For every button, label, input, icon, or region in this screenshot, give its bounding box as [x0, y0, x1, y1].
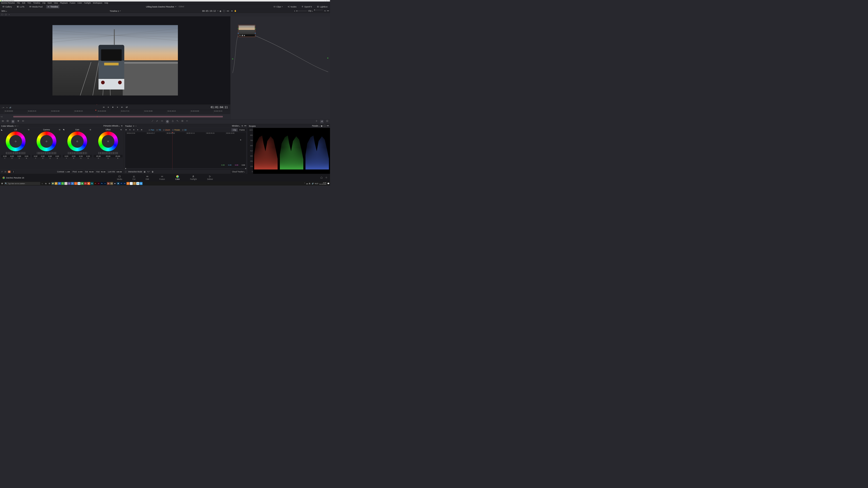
taskbar-app[interactable]: 🟢: [61, 182, 64, 185]
node-graph[interactable]: 01▦◉: [230, 16, 330, 119]
node-zoom-dot[interactable]: [294, 11, 295, 11]
track-zoom-toggle[interactable]: Zoom: [163, 129, 170, 131]
menu-workspace[interactable]: Workspace: [93, 2, 102, 4]
menu-edit[interactable]: Edit: [22, 2, 25, 4]
wheel-reset-icon[interactable]: ⟲: [120, 129, 122, 131]
menu-clip[interactable]: Clip: [42, 2, 45, 4]
node-options-icon[interactable]: •••: [327, 10, 329, 12]
task-view-icon[interactable]: ⧉: [44, 182, 47, 185]
taskbar-app[interactable]: ▶: [81, 182, 84, 185]
window-icon[interactable]: [161, 120, 163, 123]
hue-value[interactable]: 50.00: [100, 170, 106, 173]
track-stop-button[interactable]: [133, 129, 135, 131]
unmix-icon[interactable]: ▭: [6, 107, 8, 108]
timeline-name[interactable]: Timeline 1: [110, 10, 121, 12]
tracker-graph[interactable]: 0.000.000.000.00 00:04:22:0400:04:45:170…: [125, 132, 246, 169]
page-media[interactable]: Media: [117, 175, 122, 180]
minimize-button[interactable]: —: [324, 0, 325, 1]
mini-timeline-ruler[interactable]: 01:00:00:0001:00:15:1501:00:31:0001:00:4…: [0, 110, 230, 114]
track-reverse-button[interactable]: [129, 129, 131, 131]
viewer-zoom[interactable]: 38%: [1, 10, 9, 12]
track-forward-button[interactable]: [137, 129, 139, 131]
menu-fusion[interactable]: Fusion: [70, 2, 75, 4]
wheel-reset-icon[interactable]: ⟲: [90, 129, 91, 131]
sat-value[interactable]: 50.00: [88, 170, 94, 173]
adjust-page-2[interactable]: 2: [12, 170, 15, 173]
track-pan-toggle[interactable]: Pan: [149, 129, 154, 131]
project-title[interactable]: Uitleg basis Davinci Resolve Edited: [146, 5, 184, 8]
gain-master-wheel[interactable]: [67, 152, 87, 154]
taskbar-app[interactable]: 🌐: [136, 182, 139, 185]
cloud-tracker-dropdown[interactable]: Cloud Tracker: [231, 170, 246, 173]
tracker-clip-frame-toggle[interactable]: ClipFrame: [231, 128, 246, 131]
taskbar-app[interactable]: Dn: [110, 182, 113, 185]
menu-file[interactable]: File: [17, 2, 20, 4]
clips-button[interactable]: Clips: [272, 5, 284, 8]
tracker-zoom-slider[interactable]: [125, 168, 246, 169]
menu-playback[interactable]: Playback: [60, 2, 68, 4]
motion-effects-icon[interactable]: [22, 120, 24, 123]
tray-onedrive-icon[interactable]: ☁: [306, 183, 308, 185]
menu-color[interactable]: Color: [78, 2, 82, 4]
onscreen-overlay-icon[interactable]: ◌: [2, 107, 4, 108]
wheels-reset-icon[interactable]: ⟲: [121, 125, 123, 127]
val[interactable]: 0.03: [1, 155, 8, 158]
track-tilt-toggle[interactable]: Tilt: [156, 129, 161, 131]
taskbar-app[interactable]: 📦: [133, 182, 136, 185]
start-button[interactable]: ⊞: [0, 182, 4, 185]
scopes-layout-icon[interactable]: ▦: [321, 125, 322, 127]
page-deliver[interactable]: Deliver: [207, 175, 213, 180]
transport-timecode[interactable]: 01:01:04:11: [211, 106, 228, 109]
wheel-reset-icon[interactable]: ⟲: [28, 129, 29, 131]
color-match-icon[interactable]: [6, 120, 9, 123]
lummix-value[interactable]: 100.00: [116, 170, 123, 173]
menu-trim[interactable]: Trim: [27, 2, 31, 4]
maximize-button[interactable]: ▢: [326, 0, 327, 1]
reverse-button[interactable]: [107, 106, 109, 109]
taskbar-app[interactable]: 📄: [130, 182, 133, 185]
viewer-timecode[interactable]: 00:05:19:12: [202, 10, 216, 12]
tracker-mode[interactable]: Window: [232, 125, 240, 127]
taskbar-app[interactable]: Au: [91, 182, 94, 185]
white-point-picker[interactable]: ◥: [63, 129, 64, 131]
taskbar-app[interactable]: N: [68, 182, 71, 185]
lightbox-button[interactable]: Lightbox: [316, 5, 329, 8]
lift-master-wheel[interactable]: [6, 152, 26, 154]
settings-icon[interactable]: [325, 176, 328, 179]
viewer[interactable]: [0, 16, 230, 104]
tray-clock[interactable]: 10:5531-10-2019: [319, 182, 327, 185]
bypass-icon[interactable]: ◐: [220, 10, 221, 12]
key-icon[interactable]: [177, 120, 179, 123]
track-last-button[interactable]: [141, 129, 143, 131]
scopes-expand-icon[interactable]: ⛶: [324, 125, 326, 127]
page-cut[interactable]: Cut: [132, 175, 135, 180]
taskbar-app[interactable]: ✉: [58, 182, 61, 185]
taskbar-app[interactable]: Sp: [107, 182, 110, 185]
gallery-button[interactable]: Gallery: [1, 5, 13, 8]
lift-wheel[interactable]: [6, 131, 26, 151]
tracker-icon[interactable]: [166, 120, 169, 123]
track-first-button[interactable]: [125, 129, 127, 131]
last-frame-button[interactable]: [121, 106, 123, 109]
tracker-options-icon[interactable]: •••: [244, 125, 246, 127]
timeline-button[interactable]: Timeline: [46, 5, 59, 8]
camera-raw-icon[interactable]: [2, 120, 4, 123]
node-01[interactable]: 01▦◉: [238, 25, 255, 37]
pivot-value[interactable]: 0.435: [77, 170, 83, 173]
contrast-value[interactable]: 1.184: [65, 170, 71, 173]
openfx-button[interactable]: OpenFX: [300, 5, 313, 8]
gamma-wheel[interactable]: [37, 131, 56, 151]
add-point-icon[interactable]: ↖⁺: [147, 170, 150, 173]
pan-tool-icon[interactable]: ✋: [234, 10, 237, 12]
menu-view[interactable]: View: [54, 2, 58, 4]
taskbar-app[interactable]: 📋: [64, 182, 67, 185]
wheel-reset-icon[interactable]: ⟲: [59, 129, 60, 131]
taskbar-app[interactable]: Fz: [84, 182, 87, 185]
tray-lang-icon[interactable]: NLD: [315, 183, 318, 185]
first-frame-button[interactable]: [103, 106, 105, 109]
pointer-tool-icon[interactable]: ➤: [231, 10, 233, 12]
interactive-mode-checkbox[interactable]: [125, 171, 126, 172]
tray-network-icon[interactable]: 🖧: [309, 183, 311, 185]
scopes-options-icon[interactable]: •••: [327, 125, 329, 127]
val[interactable]: 0.02: [32, 155, 39, 158]
